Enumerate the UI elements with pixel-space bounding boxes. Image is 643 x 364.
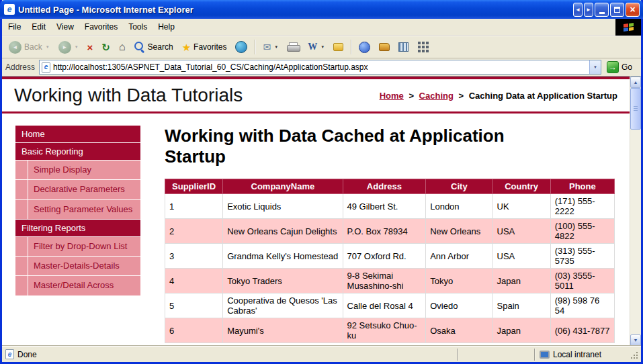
table-cell: (98) 598 76 54 <box>550 293 614 318</box>
table-cell: Tokyo Traders <box>223 269 343 293</box>
zone-text: Local intranet <box>553 350 601 359</box>
table-cell: Ann Arbor <box>426 244 492 269</box>
sidebar-indent <box>15 237 28 256</box>
scroll-up-button[interactable]: ▲ <box>630 77 641 88</box>
home-icon: ⌂ <box>119 42 126 52</box>
address-label: Address <box>5 62 35 72</box>
table-cell: Exotic Liquids <box>223 194 343 219</box>
close-button[interactable]: × <box>626 3 640 17</box>
sidebar-item-home[interactable]: Home <box>15 126 140 142</box>
minimize-button[interactable] <box>595 3 609 17</box>
table-cell: Japan <box>492 269 550 293</box>
home-button[interactable]: ⌂ <box>115 38 130 56</box>
sidebar-item-label: Simple Display <box>28 161 140 179</box>
table-row: 5 Cooperativa de Quesos 'Las Cabras' Cal… <box>165 293 615 318</box>
sidebar-nav: Home Basic Reporting Simple Display Decl… <box>15 126 140 296</box>
address-dropdown-button[interactable]: ▼ <box>589 60 601 74</box>
resize-grip[interactable] <box>628 349 640 361</box>
sidebar-item-setting-parameter-values[interactable]: Setting Parameter Values <box>15 200 140 219</box>
discuss-button[interactable] <box>329 38 347 56</box>
menu-file[interactable]: File <box>3 20 26 34</box>
vertical-scrollbar[interactable]: ▲ ▼ <box>630 77 641 346</box>
menu-help[interactable]: Help <box>153 20 180 34</box>
scroll-down-button[interactable]: ▼ <box>630 334 641 346</box>
sidebar-item-declarative-parameters[interactable]: Declarative Parameters <box>15 180 140 199</box>
col-header-companyname: CompanyName <box>223 179 343 194</box>
col-header-city: City <box>426 179 492 194</box>
table-cell: Osaka <box>426 318 492 343</box>
table-cell: 5 <box>165 293 223 318</box>
breadcrumb: Home > Caching > Caching Data at Applica… <box>380 91 617 101</box>
favorites-button[interactable]: ★ Favorites <box>178 38 231 56</box>
go-button[interactable]: → Go <box>605 61 638 73</box>
sidebar-indent <box>15 161 28 179</box>
mail-button[interactable]: ✉ ▼ <box>259 38 282 56</box>
standard-buttons-toolbar: ◄ Back ▼ ► ▼ × ↻ ⌂ Search ★ Favorites ✉ … <box>2 36 641 58</box>
back-button[interactable]: ◄ Back ▼ <box>5 38 54 56</box>
favorites-star-icon: ★ <box>182 42 191 52</box>
edit-dropdown-icon: ▼ <box>320 45 325 49</box>
status-text: Done <box>17 350 37 359</box>
back-icon: ◄ <box>9 41 22 54</box>
status-document-icon: e <box>5 349 14 359</box>
window-back-button[interactable]: ◄ <box>573 3 583 17</box>
sidebar-indent <box>15 200 28 219</box>
sidebar-item-filter-by-dropdown-list[interactable]: Filter by Drop-Down List <box>15 237 140 256</box>
breadcrumb-caching-link[interactable]: Caching <box>419 91 454 101</box>
menu-edit[interactable]: Edit <box>26 20 51 34</box>
sidebar-item-basic-reporting[interactable]: Basic Reporting <box>15 143 140 160</box>
scrollbar-thumb[interactable] <box>630 88 641 130</box>
edit-with-word-button[interactable]: W ▼ <box>304 38 329 56</box>
table-cell: USA <box>492 219 550 244</box>
col-header-country: Country <box>492 179 550 194</box>
forward-dropdown-icon: ▼ <box>75 45 79 49</box>
local-intranet-icon <box>540 351 550 359</box>
address-input-box[interactable]: e ▼ <box>39 60 601 75</box>
stop-button[interactable]: × <box>83 38 97 56</box>
menu-tools[interactable]: Tools <box>123 20 153 34</box>
sidebar-item-master-details-details[interactable]: Master-Details-Details <box>15 257 140 275</box>
menu-view[interactable]: View <box>51 20 79 34</box>
search-button[interactable]: Search <box>130 38 177 56</box>
table-cell: UK <box>492 194 550 219</box>
toolbar-separator <box>255 40 255 54</box>
address-input[interactable] <box>53 61 587 73</box>
research-button[interactable] <box>375 38 394 56</box>
table-cell: 3 <box>165 244 223 269</box>
sidebar-indent <box>15 257 28 275</box>
table-cell: Oviedo <box>426 293 492 318</box>
menu-favorites[interactable]: Favorites <box>79 20 123 34</box>
page-body: Home Basic Reporting Simple Display Decl… <box>2 113 630 346</box>
address-bar: Address e ▼ → Go <box>2 58 641 77</box>
calculator-icon <box>398 42 409 52</box>
messenger-icon <box>359 42 370 53</box>
breadcrumb-current: Caching Data at Application Startup <box>469 91 617 101</box>
page-content: Working with Data Tutorials Home > Cachi… <box>2 77 630 346</box>
site-title: Working with Data Tutorials <box>14 85 243 106</box>
title-bar[interactable]: e Untitled Page - Microsoft Internet Exp… <box>0 0 643 19</box>
scrollbar-track[interactable] <box>630 88 641 334</box>
table-cell: New Orleans <box>426 219 492 244</box>
sidebar-item-simple-display[interactable]: Simple Display <box>15 161 140 179</box>
forward-button[interactable]: ► ▼ <box>54 38 83 56</box>
sidebar-item-label: Setting Parameter Values <box>28 200 140 219</box>
messenger-button[interactable] <box>355 38 374 56</box>
windows-logo-throbber <box>615 19 641 36</box>
print-button[interactable] <box>283 38 303 56</box>
site-header: Working with Data Tutorials Home > Cachi… <box>2 79 630 111</box>
breadcrumb-home-link[interactable]: Home <box>380 91 404 101</box>
table-header-row: SupplierID CompanyName Address City Coun… <box>165 179 615 194</box>
sidebar-item-master-detail-across[interactable]: Master/Detail Across <box>15 276 140 295</box>
media-button[interactable] <box>231 38 251 56</box>
browser-viewport: Working with Data Tutorials Home > Cachi… <box>2 77 641 346</box>
window-forward-button[interactable]: ► <box>584 3 593 17</box>
table-cell: Cooperativa de Quesos 'Las Cabras' <box>223 293 343 318</box>
sidebar-item-filtering-reports[interactable]: Filtering Reports <box>15 220 140 236</box>
refresh-button[interactable]: ↻ <box>97 38 114 56</box>
table-cell: USA <box>492 244 550 269</box>
sidebar-item-label: Master/Detail Across <box>28 276 140 295</box>
table-cell: 9-8 Sekimai Musashino-shi <box>343 269 426 293</box>
maximize-button[interactable] <box>610 3 624 17</box>
tiles-button[interactable] <box>413 38 433 56</box>
addon-tool-button[interactable] <box>394 38 413 56</box>
